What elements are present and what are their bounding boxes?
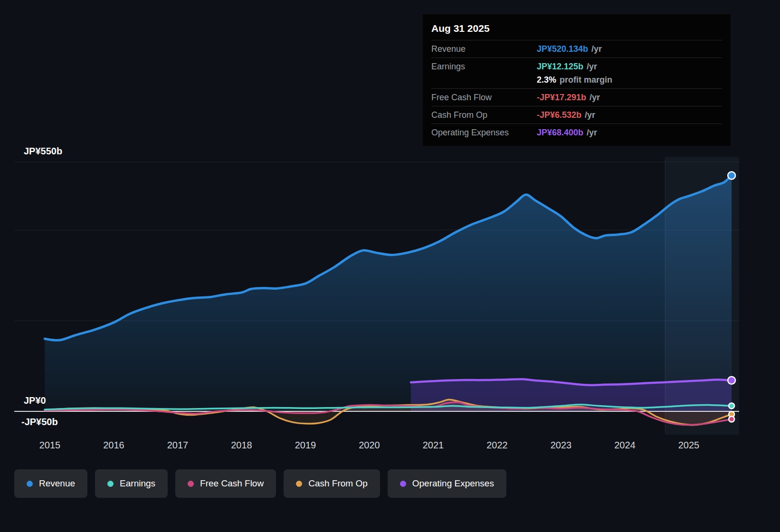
legend: RevenueEarningsFree Cash FlowCash From O… xyxy=(14,469,506,498)
legend-item-earnings[interactable]: Earnings xyxy=(95,469,168,498)
x-axis-label-2020: 2020 xyxy=(351,440,389,451)
earnings-legend-dot-icon xyxy=(107,481,114,487)
x-axis-label-2016: 2016 xyxy=(95,440,133,451)
tooltip-rows: RevenueJP¥520.134b/yrEarningsJP¥12.125b/… xyxy=(431,40,722,141)
tooltip-row-value: JP¥68.400b/yr xyxy=(537,128,722,138)
legend-item-operating-expenses[interactable]: Operating Expenses xyxy=(388,469,506,498)
tooltip-row-label: Earnings xyxy=(431,62,537,72)
page: JP¥550b JP¥0 -JP¥50b 2015201620172018201… xyxy=(0,0,780,532)
tooltip-row-cash-from-op: Cash From Op-JP¥6.532b/yr xyxy=(431,106,722,124)
tooltip: Aug 31 2025 RevenueJP¥520.134b/yrEarning… xyxy=(423,14,731,146)
x-axis-label-2018: 2018 xyxy=(223,440,261,451)
tooltip-row-value: -JP¥17.291b/yr xyxy=(537,93,722,103)
tooltip-row-label: Revenue xyxy=(431,44,537,54)
tooltip-row-value: JP¥520.134b/yr xyxy=(537,44,722,54)
y-axis-label-negative: -JP¥50b xyxy=(21,417,58,428)
revenue-legend-dot-icon xyxy=(27,481,33,487)
tooltip-row-earnings: EarningsJP¥12.125b/yr xyxy=(431,57,722,75)
tooltip-row-revenue: RevenueJP¥520.134b/yr xyxy=(431,40,722,57)
free-cash-flow-legend-dot-icon xyxy=(188,481,194,487)
cash-from-op-legend-dot-icon xyxy=(296,481,302,487)
legend-item-revenue[interactable]: Revenue xyxy=(14,469,87,498)
tooltip-row-free-cash-flow: Free Cash Flow-JP¥17.291b/yr xyxy=(431,88,722,106)
x-axis-label-2022: 2022 xyxy=(478,440,516,451)
tooltip-row-label: Free Cash Flow xyxy=(431,93,537,103)
series-end-dot-earnings xyxy=(729,403,734,408)
legend-label: Earnings xyxy=(120,478,155,489)
operating-expenses-legend-dot-icon xyxy=(400,481,406,487)
legend-label: Operating Expenses xyxy=(412,478,494,489)
x-axis-label-2021: 2021 xyxy=(414,440,452,451)
series-end-dot-revenue xyxy=(728,172,735,180)
legend-item-cash-from-op[interactable]: Cash From Op xyxy=(284,469,380,498)
tooltip-row-value: 2.3%profit margin xyxy=(537,75,722,85)
legend-label: Free Cash Flow xyxy=(200,478,264,489)
tooltip-row-label: Operating Expenses xyxy=(431,128,537,138)
x-axis-label-2025: 2025 xyxy=(670,440,708,451)
tooltip-row-value: JP¥12.125b/yr xyxy=(537,62,722,72)
series-fill-revenue xyxy=(45,176,732,412)
tooltip-date: Aug 31 2025 xyxy=(431,21,722,40)
legend-label: Revenue xyxy=(39,478,75,489)
tooltip-row-operating-expenses: Operating ExpensesJP¥68.400b/yr xyxy=(431,124,722,141)
y-axis-label-zero: JP¥0 xyxy=(24,395,46,406)
x-axis-label-2023: 2023 xyxy=(542,440,580,451)
series-end-dot-free-cash-flow xyxy=(729,417,734,422)
y-axis-label-top: JP¥550b xyxy=(24,146,62,157)
x-axis-label-2017: 2017 xyxy=(159,440,197,451)
series-end-dot-operating-expenses xyxy=(728,377,735,384)
tooltip-row-label: Cash From Op xyxy=(431,110,537,120)
x-axis-label-2015: 2015 xyxy=(31,440,69,451)
tooltip-profit-margin-row: 2.3%profit margin xyxy=(431,75,722,88)
legend-item-free-cash-flow[interactable]: Free Cash Flow xyxy=(175,469,276,498)
legend-label: Cash From Op xyxy=(308,478,368,489)
x-axis-label-2019: 2019 xyxy=(286,440,324,451)
forecast-band xyxy=(665,157,739,435)
x-axis-label-2024: 2024 xyxy=(606,440,644,451)
tooltip-row-value: -JP¥6.532b/yr xyxy=(537,110,722,120)
